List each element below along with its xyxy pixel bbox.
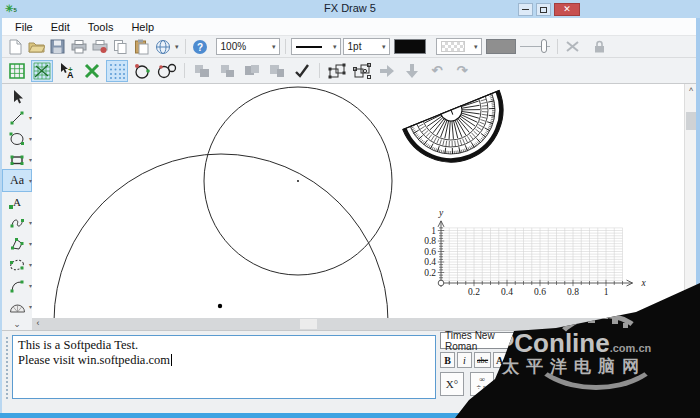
text-tool-label: Aa (10, 173, 24, 188)
vertical-scroll-thumb[interactable] (686, 112, 696, 130)
rotate-left-icon: ↶ (432, 63, 443, 78)
copy-button[interactable] (111, 37, 130, 56)
label-point-icon (8, 204, 14, 210)
menu-item-edit[interactable]: Edit (42, 19, 79, 35)
drawing-canvas[interactable]: 0.20.40.60.810.20.40.60.81xy (32, 84, 684, 318)
zoom-value: 100% (221, 41, 247, 52)
bold-button[interactable]: B (440, 352, 455, 368)
group-button[interactable] (326, 60, 348, 82)
rotate-right-button[interactable]: ↷ (451, 60, 473, 82)
toolbar-separator (557, 39, 558, 54)
graph-mode-button[interactable] (31, 60, 53, 82)
align-right-button[interactable] (241, 60, 263, 82)
strikethrough-button[interactable]: abc (474, 352, 491, 368)
fill-style-dropdown-icon: ▾ (471, 43, 481, 51)
constraint-point-button[interactable] (131, 60, 153, 82)
open-button[interactable] (27, 37, 46, 56)
more-tools-chevron[interactable]: ⌄ (13, 320, 21, 330)
web-export-dropdown[interactable]: ▾ (174, 43, 180, 51)
rotate-left-button[interactable]: ↶ (426, 60, 448, 82)
polygon-tool[interactable]: ▾ (3, 233, 31, 254)
print-button[interactable] (69, 37, 88, 56)
text-tool[interactable]: Aa ▾ (3, 170, 31, 191)
label-tool[interactable]: A (3, 191, 31, 212)
web-export-button[interactable] (153, 37, 172, 56)
fill-color-swatch[interactable] (486, 39, 516, 54)
freehand-tool[interactable]: ▾ (3, 254, 31, 275)
fill-style-select[interactable]: ▾ (436, 38, 482, 55)
rectangle-tool[interactable]: ▾ (3, 149, 31, 170)
close-button[interactable]: ✕ (554, 3, 580, 16)
circle-point-icon (132, 62, 152, 80)
new-document-button[interactable] (6, 37, 25, 56)
line-color-swatch[interactable] (394, 39, 426, 54)
protractor-image[interactable] (391, 84, 511, 175)
graph-tick-label: 0.6 (534, 287, 546, 297)
constraint-circles-button[interactable] (156, 60, 178, 82)
app-window: ✳5 FX Draw 5 ✕ FileEditToolsHelp ▾ ? 10 (0, 0, 700, 418)
title-bar: ✳5 FX Draw 5 ✕ (0, 0, 700, 18)
graph-tick-label: 0.8 (424, 236, 436, 246)
axes-graph[interactable]: 0.20.40.60.810.20.40.60.81xy (409, 198, 679, 303)
line-width-select[interactable]: 1pt ▾ (343, 38, 390, 55)
annotate-mode-button[interactable]: +A (56, 60, 78, 82)
minimize-button[interactable] (518, 3, 533, 16)
text-caret (171, 354, 172, 366)
graph-tick-label: 0.4 (424, 257, 436, 267)
lock-button[interactable] (590, 37, 609, 56)
send-backward-button[interactable] (401, 60, 423, 82)
freehand-icon (8, 256, 26, 274)
help-button[interactable]: ? (191, 37, 210, 56)
menu-item-file[interactable]: File (6, 19, 42, 35)
bring-forward-button[interactable] (376, 60, 398, 82)
new-document-icon (8, 39, 23, 55)
ellipse-tool[interactable]: ▾ (3, 128, 31, 149)
scroll-left-button[interactable]: ‹ (32, 318, 44, 330)
curve-tool[interactable]: ▾ (3, 212, 31, 233)
paste-button[interactable] (132, 37, 151, 56)
arc-tool[interactable]: ▾ (3, 275, 31, 296)
window-title: FX Draw 5 (0, 2, 700, 14)
print-preview-button[interactable] (90, 37, 109, 56)
watermark-pixel (612, 318, 618, 324)
align-left-button[interactable] (191, 60, 213, 82)
align-shapes-icon (193, 63, 211, 79)
grid-mode-button[interactable] (6, 60, 28, 82)
align-distribute-button[interactable] (266, 60, 288, 82)
apply-format-button[interactable] (291, 60, 313, 82)
line-tool[interactable]: ▾ (3, 107, 31, 128)
ungroup-button[interactable] (351, 60, 373, 82)
paste-icon (134, 39, 149, 55)
dot-grid-button[interactable] (106, 60, 128, 82)
svg-text:A: A (67, 70, 74, 80)
superscript-button[interactable]: X° (440, 372, 464, 396)
print-icon (71, 39, 87, 54)
line-style-select[interactable]: ▾ (291, 38, 341, 55)
delete-mode-button[interactable] (81, 60, 103, 82)
maximize-icon (540, 7, 547, 13)
slider-handle[interactable] (541, 39, 547, 53)
italic-button[interactable]: i (457, 352, 472, 368)
line-width-dropdown-icon: ▾ (379, 43, 389, 51)
label-tool-label: A (13, 196, 21, 208)
protractor-tool[interactable]: ▾ (3, 296, 31, 317)
text-editor[interactable]: This is a Softpedia Test. Please visit w… (12, 335, 436, 399)
two-circles-icon (157, 62, 177, 80)
maximize-button[interactable] (536, 3, 551, 16)
opacity-slider[interactable] (518, 37, 552, 56)
no-fill-button[interactable] (563, 37, 582, 56)
select-tool[interactable] (3, 86, 31, 107)
rotate-right-icon: ↷ (457, 63, 468, 78)
watermark-domain: .com.cn (610, 342, 652, 354)
group-icon (327, 62, 347, 80)
panel-grip[interactable] (6, 337, 8, 399)
save-button[interactable] (48, 37, 67, 56)
horizontal-scroll-thumb[interactable] (300, 319, 317, 329)
zoom-select[interactable]: 100% ▾ (216, 38, 280, 55)
line-style-dropdown-icon: ▾ (330, 43, 340, 51)
align-center-button[interactable] (216, 60, 238, 82)
menu-item-help[interactable]: Help (122, 19, 163, 35)
zoom-dropdown-icon: ▾ (269, 43, 279, 51)
arrow-down-icon (404, 62, 420, 80)
menu-item-tools[interactable]: Tools (79, 19, 123, 35)
